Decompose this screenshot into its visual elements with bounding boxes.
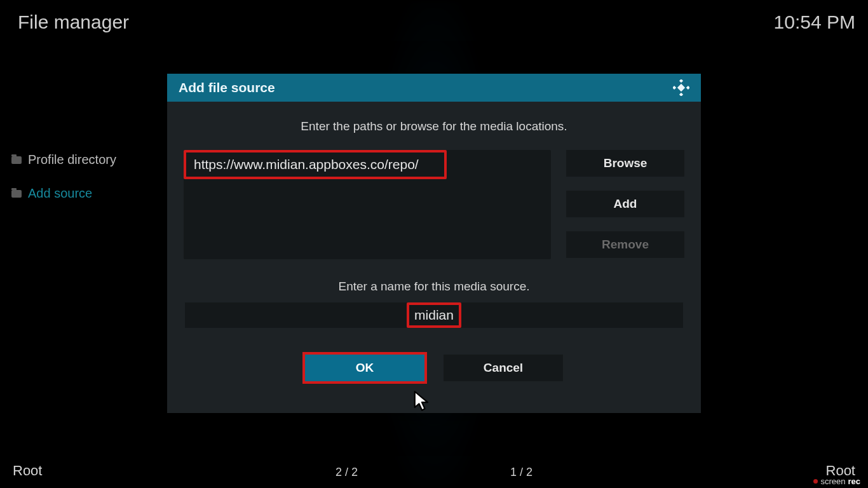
svg-rect-1: [673, 86, 676, 90]
svg-rect-2: [686, 86, 689, 90]
sidebar-item-label: Profile directory: [28, 152, 116, 167]
path-list[interactable]: https://www.midian.appboxes.co/repo/: [184, 150, 551, 259]
cancel-button[interactable]: Cancel: [444, 355, 563, 381]
add-file-source-dialog: Add file source Enter the paths or brows…: [167, 74, 701, 413]
svg-rect-4: [677, 84, 685, 92]
folder-icon: [11, 190, 22, 198]
kodi-logo-icon: [673, 79, 689, 96]
record-dot-icon: [813, 479, 818, 484]
dialog-header: Add file source: [167, 74, 701, 102]
paths-row: https://www.midian.appboxes.co/repo/ Bro…: [184, 150, 684, 259]
path-input-value: https://www.midian.appboxes.co/repo/: [194, 157, 419, 172]
clock: 10:54 PM: [774, 11, 855, 33]
recorder-brand-2: rec: [848, 477, 860, 486]
ok-button[interactable]: OK: [305, 355, 424, 381]
paths-instruction: Enter the paths or browse for the media …: [184, 119, 684, 133]
folder-icon: [11, 156, 22, 164]
footer: Root 2 / 2 1 / 2 Root: [13, 463, 855, 479]
path-input[interactable]: https://www.midian.appboxes.co/repo/: [184, 150, 447, 179]
screen-recorder-watermark: screenrec: [811, 476, 863, 487]
sidebar-item-label: Add source: [28, 186, 92, 201]
add-button[interactable]: Add: [566, 191, 684, 217]
dialog-title: Add file source: [179, 80, 275, 95]
path-side-buttons: Browse Add Remove: [566, 150, 684, 259]
name-instruction: Enter a name for this media source.: [184, 280, 684, 294]
browse-button[interactable]: Browse: [566, 150, 684, 177]
source-name-value: midian: [407, 302, 461, 328]
svg-rect-3: [679, 93, 683, 96]
footer-right-pager: 1 / 2: [510, 466, 532, 479]
footer-left-root: Root: [13, 463, 42, 479]
svg-rect-0: [679, 79, 683, 83]
page-title: File manager: [18, 11, 129, 33]
dialog-bottom-buttons: OK Cancel: [184, 355, 684, 381]
sidebar-item-profile-directory[interactable]: Profile directory: [11, 152, 116, 167]
sidebar-item-add-source[interactable]: Add source: [11, 186, 116, 201]
recorder-brand-1: screen: [820, 477, 845, 486]
source-name-input[interactable]: midian: [185, 302, 683, 328]
topbar: File manager 10:54 PM: [18, 11, 855, 33]
sidebar: Profile directory Add source: [11, 152, 116, 201]
remove-button: Remove: [566, 231, 684, 258]
dialog-body: Enter the paths or browse for the media …: [167, 102, 701, 381]
footer-left-pager: 2 / 2: [336, 466, 358, 479]
